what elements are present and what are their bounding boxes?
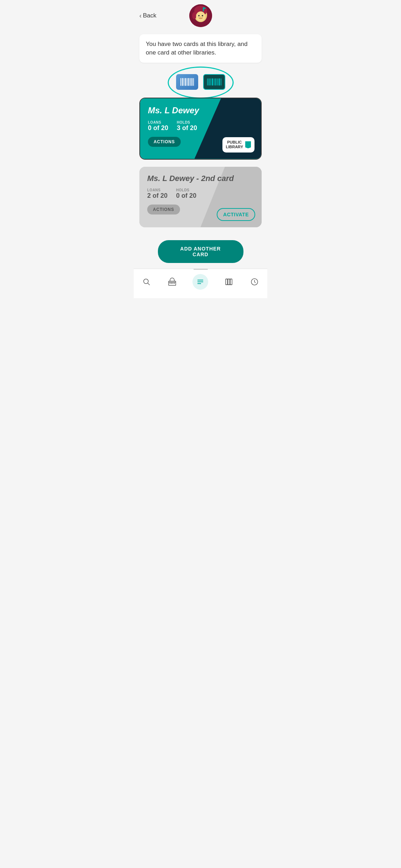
nav-item-library[interactable] bbox=[163, 275, 181, 288]
nav-item-history[interactable] bbox=[245, 275, 264, 288]
activate-button[interactable]: ACTIVATE bbox=[217, 208, 255, 221]
inactive-card-name: Ms. L Dewey - 2nd card bbox=[147, 174, 254, 183]
library-icon bbox=[167, 277, 177, 287]
active-card-name: Ms. L Dewey bbox=[148, 105, 253, 115]
back-label: Back bbox=[143, 12, 156, 19]
svg-rect-22 bbox=[228, 279, 230, 285]
svg-rect-21 bbox=[226, 279, 227, 285]
header: ‹ Back bbox=[134, 0, 267, 30]
active-library-card: Ms. L Dewey LOANS 0 of 20 HOLDS 3 of 20 … bbox=[139, 98, 262, 160]
add-card-section: ADD ANOTHER CARD bbox=[134, 232, 267, 269]
cards-icon bbox=[195, 277, 205, 287]
loans-icon bbox=[224, 277, 234, 287]
library-logo-icon bbox=[245, 141, 251, 148]
back-button[interactable]: ‹ Back bbox=[139, 12, 156, 20]
avatar-image bbox=[189, 4, 212, 27]
svg-point-3 bbox=[192, 12, 196, 19]
cards-nav-icon-circle bbox=[192, 274, 208, 290]
inactive-loans-stat: LOANS 2 of 20 bbox=[147, 188, 168, 200]
svg-rect-23 bbox=[230, 279, 232, 285]
loans-value: 0 of 20 bbox=[148, 124, 168, 132]
library-logo-text: PUBLIC LIBRARY bbox=[226, 140, 243, 149]
holds-label: HOLDS bbox=[177, 120, 197, 124]
inactive-card-stats: LOANS 2 of 20 HOLDS 0 of 20 bbox=[147, 188, 254, 200]
svg-line-11 bbox=[148, 283, 150, 285]
card-selector bbox=[134, 69, 267, 95]
inactive-card-background: Ms. L Dewey - 2nd card LOANS 2 of 20 HOL… bbox=[139, 167, 262, 227]
card-icon-2[interactable] bbox=[203, 74, 225, 90]
chevron-left-icon: ‹ bbox=[139, 12, 142, 20]
loans-stat: LOANS 0 of 20 bbox=[148, 120, 168, 132]
search-icon bbox=[142, 277, 151, 287]
svg-rect-12 bbox=[169, 281, 176, 285]
library-logo: PUBLIC LIBRARY bbox=[222, 137, 255, 152]
bottom-nav bbox=[134, 269, 267, 298]
avatar bbox=[189, 4, 212, 27]
loans-label: LOANS bbox=[148, 120, 168, 124]
nav-item-search[interactable] bbox=[137, 275, 156, 288]
active-card-background: Ms. L Dewey LOANS 0 of 20 HOLDS 3 of 20 … bbox=[140, 98, 261, 159]
info-message: You have two cards at this library, and … bbox=[139, 34, 262, 63]
inactive-holds-label: HOLDS bbox=[176, 188, 196, 192]
barcode-2 bbox=[206, 77, 223, 87]
svg-point-6 bbox=[202, 15, 203, 16]
inactive-actions-button[interactable]: ACTIONS bbox=[147, 205, 180, 215]
inactive-loans-value: 2 of 20 bbox=[147, 192, 168, 200]
svg-point-7 bbox=[200, 17, 201, 17]
barcode-1 bbox=[179, 77, 195, 87]
card-icon-1[interactable] bbox=[176, 74, 198, 90]
nav-item-loans[interactable] bbox=[220, 275, 238, 288]
inactive-holds-value: 0 of 20 bbox=[176, 192, 196, 200]
holds-value: 3 of 20 bbox=[177, 124, 197, 132]
history-icon bbox=[250, 277, 259, 287]
holds-stat: HOLDS 3 of 20 bbox=[177, 120, 197, 132]
nav-item-cards[interactable] bbox=[188, 273, 212, 291]
add-another-card-button[interactable]: ADD ANOTHER CARD bbox=[158, 240, 243, 263]
inactive-loans-label: LOANS bbox=[147, 188, 168, 192]
svg-point-10 bbox=[144, 279, 148, 284]
active-actions-button[interactable]: ACTIONS bbox=[148, 137, 181, 147]
svg-point-5 bbox=[198, 15, 200, 16]
svg-point-4 bbox=[196, 11, 205, 21]
inactive-library-card: Ms. L Dewey - 2nd card LOANS 2 of 20 HOL… bbox=[139, 167, 262, 227]
active-card-stats: LOANS 0 of 20 HOLDS 3 of 20 bbox=[148, 120, 253, 132]
svg-rect-8 bbox=[203, 7, 204, 11]
inactive-holds-stat: HOLDS 0 of 20 bbox=[176, 188, 196, 200]
